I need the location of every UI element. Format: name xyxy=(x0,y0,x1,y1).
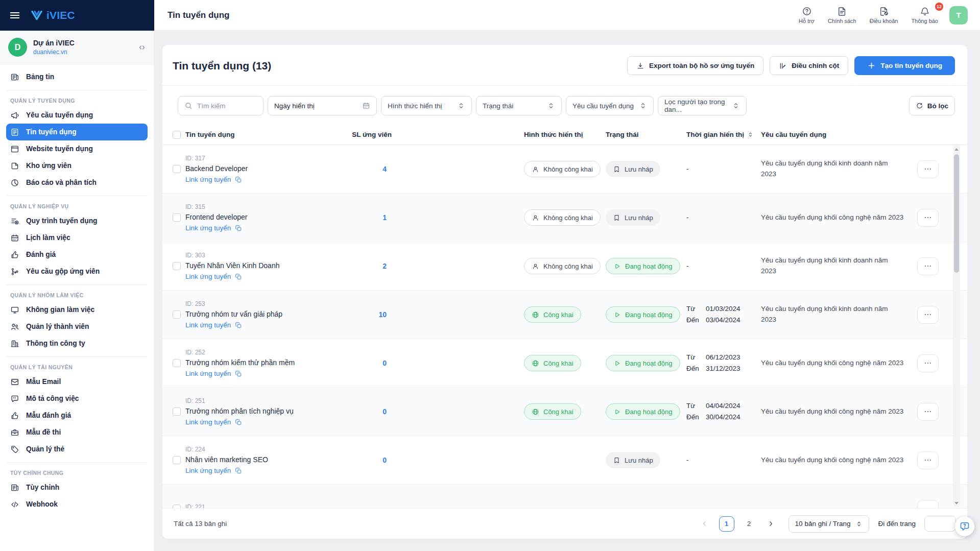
row-more-button[interactable] xyxy=(917,257,939,275)
display-type-filter[interactable]: Hình thức hiển thị xyxy=(381,96,472,115)
sidebar-item[interactable]: Website tuyển dụng xyxy=(6,140,148,157)
sidebar-item[interactable]: Quy trình tuyển dụng xyxy=(6,212,148,229)
copy-icon[interactable] xyxy=(235,176,242,183)
ellipsis-icon xyxy=(923,407,933,416)
export-button[interactable]: Export toàn bộ hồ sơ ứng tuyển xyxy=(627,56,763,75)
row-more-button[interactable] xyxy=(917,403,939,421)
sidebar-item[interactable]: Mẫu đề thi xyxy=(6,424,148,441)
create-post-button[interactable]: Tạo tin tuyển dụng xyxy=(854,56,955,75)
candidate-count[interactable]: 0 xyxy=(348,359,394,367)
sidebar-item[interactable]: Tin tuyển dụng xyxy=(6,124,148,140)
candidate-count[interactable]: 0 xyxy=(348,456,394,464)
creator-filter[interactable]: Lọc người tạo trong dan... xyxy=(658,96,747,115)
sidebar-item[interactable]: Đánh giá xyxy=(6,246,148,263)
scrollbar-up-arrow[interactable] xyxy=(953,146,960,153)
sidebar-item[interactable]: Không gian làm việc xyxy=(6,301,148,318)
adjust-columns-button[interactable]: Điều chỉnh cột xyxy=(770,56,848,75)
apply-link[interactable]: Link ứng tuyển xyxy=(185,224,343,232)
request-filter[interactable]: Yêu cầu tuyển dụng xyxy=(566,96,654,115)
page-size-select[interactable]: 10 bản ghi / Trang xyxy=(788,515,870,533)
sidebar-item[interactable]: Quản lý thẻ xyxy=(6,441,148,458)
sidebar-item[interactable]: Mẫu đánh giá xyxy=(6,407,148,424)
brand-logo[interactable]: iVIEC xyxy=(31,9,75,21)
row-more-button[interactable] xyxy=(917,354,939,372)
row-title[interactable]: Frontend developer xyxy=(185,213,343,221)
copy-icon[interactable] xyxy=(235,370,242,377)
sidebar-item-label: Lịch làm việc xyxy=(26,234,70,242)
candidate-count[interactable]: 4 xyxy=(348,165,394,173)
sidebar-item[interactable]: Bảng tin xyxy=(6,68,148,85)
row-checkbox[interactable] xyxy=(173,262,181,270)
pagination-prev-button[interactable] xyxy=(699,518,710,530)
row-checkbox[interactable] xyxy=(173,359,181,367)
sidebar-item[interactable]: Thông tin công ty xyxy=(6,335,148,352)
display-date-filter[interactable]: Ngày hiển thị xyxy=(268,96,377,115)
row-checkbox[interactable] xyxy=(173,165,181,173)
project-switcher[interactable]: D Dự án iVIEC duaniviec.vn xyxy=(0,31,154,64)
copy-icon[interactable] xyxy=(235,322,242,329)
select-all-checkbox[interactable] xyxy=(173,131,181,139)
copy-icon[interactable] xyxy=(235,419,242,426)
scrollbar-thumb[interactable] xyxy=(954,154,959,273)
row-title[interactable]: Tuyển Nhân Viên Kinh Doanh xyxy=(185,261,343,270)
row-more-button[interactable] xyxy=(917,306,939,324)
sidebar-item[interactable]: Webhook xyxy=(6,496,148,513)
row-checkbox[interactable] xyxy=(173,408,181,416)
status-filter[interactable]: Trạng thái xyxy=(476,96,562,115)
sidebar-item[interactable]: Kho ứng viên xyxy=(6,157,148,174)
apply-link[interactable]: Link ứng tuyển xyxy=(185,176,343,183)
row-checkbox[interactable] xyxy=(173,505,181,508)
display-period: - xyxy=(686,454,761,466)
copy-icon[interactable] xyxy=(235,273,242,280)
row-more-button[interactable] xyxy=(917,160,939,178)
sidebar-item[interactable]: Yêu cầu tuyển dụng xyxy=(6,107,148,124)
row-more-button[interactable] xyxy=(917,209,939,227)
pagination-next-button[interactable] xyxy=(766,518,777,530)
topbar-action[interactable]: Điều khoản xyxy=(870,6,898,24)
row-title[interactable]: Trưởng nhóm tư vấn giải pháp xyxy=(185,310,343,318)
row-title[interactable]: Nhân viên marketing SEO xyxy=(185,456,343,464)
sidebar-item[interactable]: Yêu cầu gộp ứng viên xyxy=(6,263,148,280)
sidebar-collapse-icon[interactable] xyxy=(137,43,147,52)
pagination-page-button[interactable]: 1 xyxy=(719,516,734,532)
help-floating-button[interactable] xyxy=(955,517,974,536)
sidebar-item[interactable]: Mô tả công việc xyxy=(6,390,148,407)
copy-icon[interactable] xyxy=(235,225,242,232)
apply-link[interactable]: Link ứng tuyển xyxy=(185,418,343,426)
row-title[interactable]: Trưởng nhóm phân tích nghiệp vụ xyxy=(185,407,343,415)
row-checkbox[interactable] xyxy=(173,213,181,222)
sidebar-item[interactable]: Quản lý thành viên xyxy=(6,318,148,335)
candidate-count[interactable]: 0 xyxy=(348,408,394,416)
search-input[interactable]: Tìm kiếm xyxy=(178,96,264,115)
topbar-action[interactable]: 12 Thông báo xyxy=(911,6,938,24)
apply-link[interactable]: Link ứng tuyển xyxy=(185,273,343,280)
topbar-action[interactable]: Chính sách xyxy=(828,6,856,24)
topbar-action[interactable]: Hỗ trợ xyxy=(799,6,815,24)
candidate-count[interactable]: 1 xyxy=(348,213,394,222)
row-title[interactable]: Trưởng nhóm kiểm thử phần mềm xyxy=(185,358,343,367)
apply-link[interactable]: Link ứng tuyển xyxy=(185,370,343,377)
apply-link[interactable]: Link ứng tuyển xyxy=(185,467,343,474)
candidate-count[interactable]: 10 xyxy=(348,310,394,319)
project-domain-link[interactable]: duaniviec.vn xyxy=(33,49,75,56)
candidate-count[interactable]: 2 xyxy=(348,262,394,270)
table-scrollbar[interactable] xyxy=(953,145,960,507)
sidebar-item[interactable]: Tùy chỉnh xyxy=(6,479,148,496)
row-title[interactable]: Backend Developer xyxy=(185,164,343,173)
pagination-page-button[interactable]: 2 xyxy=(742,516,757,532)
row-more-button[interactable] xyxy=(917,451,939,469)
sidebar-item[interactable]: Mẫu Email xyxy=(6,373,148,390)
row-checkbox[interactable] xyxy=(173,456,181,464)
sidebar-item[interactable]: Báo cáo và phân tích xyxy=(6,174,148,191)
goto-page-input[interactable] xyxy=(924,516,956,532)
clear-filters-button[interactable]: Bỏ lọc xyxy=(909,96,955,115)
row-more-button[interactable] xyxy=(917,500,939,509)
row-checkbox[interactable] xyxy=(173,310,181,319)
column-header-period[interactable]: Thời gian hiển thị xyxy=(686,131,761,138)
copy-icon[interactable] xyxy=(235,467,242,474)
hamburger-menu-icon[interactable] xyxy=(9,10,20,21)
apply-link[interactable]: Link ứng tuyển xyxy=(185,321,343,329)
sidebar-item[interactable]: Lịch làm việc xyxy=(6,229,148,246)
scrollbar-down-arrow[interactable] xyxy=(953,499,960,507)
user-avatar[interactable]: T xyxy=(949,6,968,25)
